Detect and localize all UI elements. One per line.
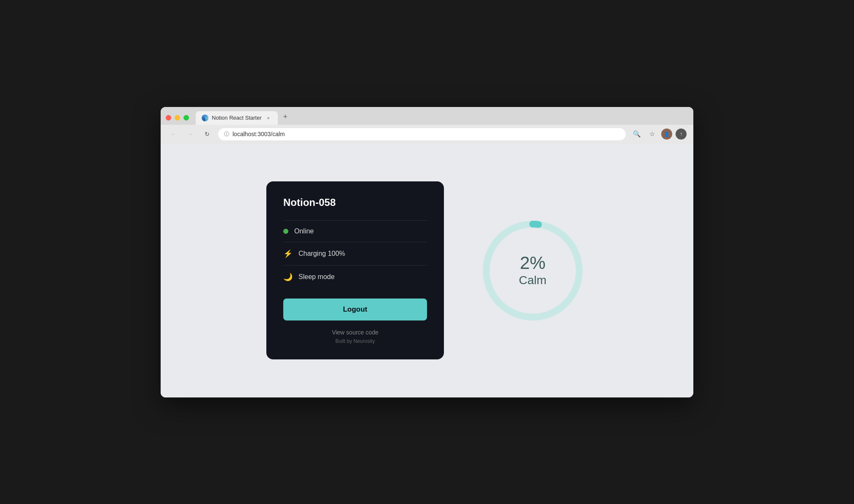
address-bar[interactable]: ⓘ localhost:3003/calm: [218, 128, 626, 140]
active-tab[interactable]: Notion React Starter ×: [196, 111, 278, 125]
url-text: localhost:3003/calm: [233, 131, 285, 137]
new-tab-button[interactable]: +: [279, 111, 291, 123]
close-button[interactable]: [166, 115, 171, 121]
sleep-status-item: 🌙 Sleep mode: [283, 266, 427, 288]
title-bar: Notion React Starter × + ← → ↻ ⓘ localho…: [161, 107, 693, 144]
tab-title: Notion React Starter: [212, 115, 262, 121]
calm-gauge-container: 2% Calm: [478, 216, 588, 326]
back-button[interactable]: ←: [167, 128, 179, 140]
calm-label: Calm: [519, 274, 546, 287]
device-card: Notion-058 Online ⚡ Charging 100% 🌙 Slee…: [266, 181, 444, 359]
reload-button[interactable]: ↻: [201, 128, 213, 140]
secure-icon: ⓘ: [224, 131, 229, 138]
sleep-status-label: Sleep mode: [298, 273, 334, 281]
view-source-link[interactable]: View source code: [283, 329, 427, 336]
tab-close-button[interactable]: ×: [265, 115, 272, 121]
logout-button[interactable]: Logout: [283, 299, 427, 320]
browser-window: Notion React Starter × + ← → ↻ ⓘ localho…: [161, 107, 693, 397]
toolbar-icons: 🔍 ☆ 👤 ↑: [631, 128, 687, 140]
traffic-lights: [166, 115, 189, 125]
page-content: Notion-058 Online ⚡ Charging 100% 🌙 Slee…: [161, 144, 693, 397]
notification-symbol: ↑: [680, 131, 682, 137]
maximize-button[interactable]: [183, 115, 189, 121]
notification-icon[interactable]: ↑: [676, 129, 687, 140]
online-dot-icon: [283, 229, 288, 234]
tab-favicon: [202, 115, 208, 121]
bookmark-icon[interactable]: ☆: [646, 128, 658, 140]
charging-status-item: ⚡ Charging 100%: [283, 242, 427, 265]
lightning-icon: ⚡: [283, 249, 293, 258]
moon-icon: 🌙: [283, 272, 293, 282]
user-avatar[interactable]: 👤: [661, 129, 672, 140]
address-row: ← → ↻ ⓘ localhost:3003/calm 🔍 ☆ 👤 ↑: [161, 125, 693, 144]
online-status-item: Online: [283, 221, 427, 242]
calm-circle: 2% Calm: [478, 216, 588, 326]
avatar-initials: 👤: [664, 131, 670, 137]
charging-status-label: Charging 100%: [298, 250, 345, 257]
online-status-label: Online: [294, 227, 314, 235]
forward-button[interactable]: →: [184, 128, 196, 140]
tabs-row: Notion React Starter × +: [161, 107, 693, 125]
built-by-text: Built by Neurosity: [283, 338, 427, 344]
calm-percentage: 2%: [519, 254, 546, 272]
device-name: Notion-058: [283, 197, 427, 208]
search-icon[interactable]: 🔍: [631, 128, 643, 140]
calm-circle-text: 2% Calm: [519, 254, 546, 287]
minimize-button[interactable]: [175, 115, 180, 121]
